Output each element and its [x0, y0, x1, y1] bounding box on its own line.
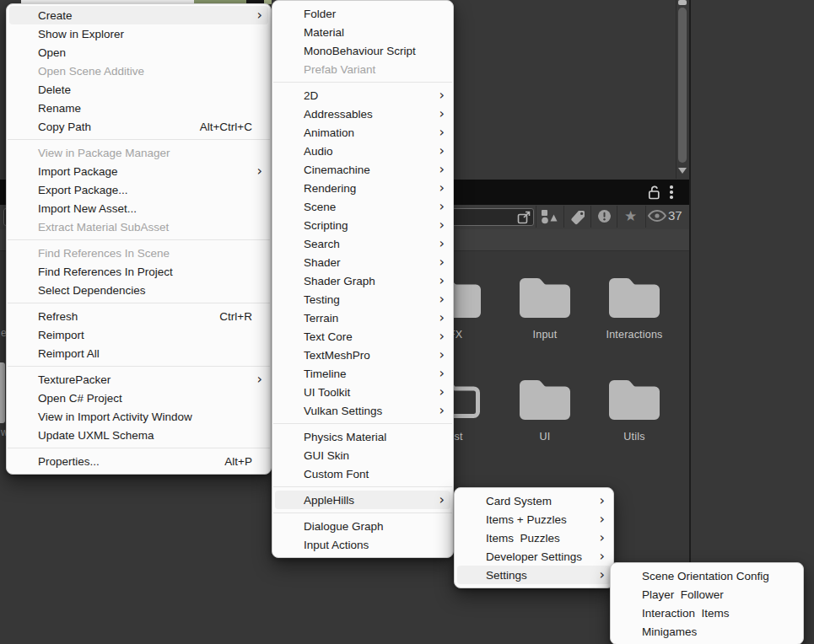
menu-item-gui-skin[interactable]: GUI Skin — [272, 446, 453, 464]
menu-item-select-dependencies[interactable]: Select Dependencies — [7, 281, 271, 299]
vertical-scrollbar[interactable] — [676, 0, 689, 179]
chevron-right-icon: › — [434, 367, 445, 380]
menu-item-testing[interactable]: Testing› — [272, 290, 453, 309]
menu-item-label: Reimport All — [38, 347, 262, 360]
menu-item-delete[interactable]: Delete — [7, 80, 271, 99]
menu-item-import-package[interactable]: Import Package› — [7, 162, 271, 180]
menu-separator — [8, 366, 270, 367]
menu-item-copy-path[interactable]: Copy PathAlt+Ctrl+C — [7, 117, 271, 136]
folder-label: Input — [533, 329, 558, 341]
menu-item-dialogue-graph[interactable]: Dialogue Graph — [272, 517, 453, 535]
favorites-star-icon[interactable]: ★ — [624, 209, 637, 223]
menu-item-update-uxml-schema[interactable]: Update UXML Schema — [7, 426, 271, 444]
chevron-right-icon: › — [434, 237, 445, 250]
menu-item-reimport-all[interactable]: Reimport All — [7, 344, 271, 362]
menu-item-material[interactable]: Material — [272, 23, 453, 41]
scrollbar-down-arrow-icon[interactable] — [678, 168, 687, 174]
filter-by-type-icon[interactable] — [541, 209, 559, 224]
menu-item-timeline[interactable]: Timeline› — [272, 364, 453, 383]
menu-item-items-puzzles[interactable]: Items Puzzles› — [455, 529, 613, 547]
menu-item-reimport[interactable]: Reimport — [7, 325, 271, 344]
menu-item-card-system[interactable]: Card System› — [455, 491, 613, 510]
menu-item-rename[interactable]: Rename — [7, 99, 271, 117]
right-panel — [691, 0, 814, 644]
menu-item-physics-material[interactable]: Physics Material — [272, 427, 453, 446]
menu-item-settings[interactable]: Settings› — [457, 566, 611, 584]
menu-separator — [273, 423, 452, 424]
menu-item-label: Folder — [304, 8, 445, 20]
menu-item-extract-material-subasset: Extract Material SubAsset — [7, 217, 271, 236]
folder-input[interactable]: Input — [500, 274, 590, 341]
menu-item-input-actions[interactable]: Input Actions — [272, 535, 453, 554]
folder-interactions[interactable]: Interactions — [590, 274, 679, 341]
menu-item-textmeshpro[interactable]: TextMeshPro› — [272, 346, 453, 364]
chevron-right-icon: › — [595, 550, 605, 563]
unlock-icon[interactable] — [648, 185, 660, 200]
menu-item-properties[interactable]: Properties...Alt+P — [7, 452, 271, 470]
hidden-packages-icon[interactable] — [597, 209, 612, 223]
menu-item-label: Shader Graph — [304, 275, 434, 287]
scrollbar-top-stub[interactable] — [678, 0, 687, 5]
menu-item-ui-toolkit[interactable]: UI Toolkit› — [272, 383, 453, 401]
menu-item-label: AppleHills — [304, 494, 434, 507]
menu-item-scene-orientation-config[interactable]: Scene Orientation Config — [611, 566, 803, 585]
menu-item-vulkan-settings[interactable]: Vulkan Settings› — [272, 401, 453, 420]
menu-item-refresh[interactable]: RefreshCtrl+R — [7, 307, 271, 325]
menu-item-scripting[interactable]: Scripting› — [272, 216, 453, 234]
chevron-right-icon: › — [434, 385, 445, 399]
menu-item-label: Export Package... — [38, 184, 262, 196]
scrollbar-thumb[interactable] — [678, 8, 687, 163]
menu-item-view-in-import-activity-window[interactable]: View in Import Activity Window — [7, 407, 271, 426]
menu-item-custom-font[interactable]: Custom Font — [272, 464, 453, 483]
menu-item-search[interactable]: Search› — [272, 234, 453, 253]
visibility-count: 37 — [668, 208, 682, 223]
menu-item-shortcut: Ctrl+R — [219, 310, 252, 323]
menu-item-folder[interactable]: Folder — [272, 4, 453, 23]
chevron-right-icon: › — [595, 494, 605, 507]
menu-item-label: Open C# Project — [38, 392, 262, 405]
menu-item-label: Vulkan Settings — [304, 405, 434, 417]
menu-item-open-c-project[interactable]: Open C# Project — [7, 389, 271, 407]
menu-item-rendering[interactable]: Rendering› — [272, 179, 453, 197]
menu-item-items-puzzles[interactable]: Items + Puzzles› — [455, 510, 613, 529]
visibility-toggle[interactable]: 37 — [648, 208, 682, 223]
menu-item-interaction-items[interactable]: Interaction Items — [611, 604, 803, 622]
menu-item-label: MonoBehaviour Script — [304, 45, 445, 57]
menu-item-show-in-explorer[interactable]: Show in Explorer — [7, 24, 271, 43]
menu-item-audio[interactable]: Audio› — [272, 142, 453, 160]
open-in-window-icon[interactable] — [517, 210, 531, 224]
menu-item-text-core[interactable]: Text Core› — [272, 327, 453, 346]
menu-item-export-package[interactable]: Export Package... — [7, 180, 271, 199]
menu-item-animation[interactable]: Animation› — [272, 123, 453, 142]
menu-item-label: Settings — [486, 569, 595, 582]
menu-item-scene[interactable]: Scene› — [272, 197, 453, 216]
menu-item-developer-settings[interactable]: Developer Settings› — [455, 547, 613, 566]
menu-item-open[interactable]: Open — [7, 43, 271, 62]
menu-item-shader[interactable]: Shader› — [272, 253, 453, 271]
menu-item-addressables[interactable]: Addressables› — [272, 105, 453, 123]
chevron-right-icon: › — [434, 181, 445, 195]
menu-item-open-scene-additive: Open Scene Additive — [7, 62, 271, 80]
menu-item-create[interactable]: Create› — [9, 6, 268, 24]
menu-item-terrain[interactable]: Terrain› — [272, 309, 453, 327]
folder-utils[interactable]: Utils — [590, 376, 679, 443]
kebab-menu-icon[interactable] — [670, 185, 673, 201]
menu-item-applehills[interactable]: AppleHills› — [275, 491, 450, 509]
menu-item-find-references-in-project[interactable]: Find References In Project — [7, 262, 271, 281]
menu-item-label: Refresh — [38, 310, 219, 323]
menu-item-shader-graph[interactable]: Shader Graph› — [272, 271, 453, 290]
chevron-right-icon: › — [434, 348, 445, 362]
menu-item-minigames[interactable]: Minigames — [611, 622, 803, 641]
menu-item-2d[interactable]: 2D› — [272, 86, 453, 105]
menu-item-texturepacker[interactable]: TexturePacker› — [7, 370, 271, 389]
menu-item-label: Search — [304, 238, 434, 250]
menu-item-import-new-asset[interactable]: Import New Asset... — [7, 199, 271, 217]
menu-item-monobehaviour-script[interactable]: MonoBehaviour Script — [272, 41, 453, 60]
menu-item-player-follower[interactable]: Player Follower — [611, 585, 803, 604]
filter-by-label-icon[interactable] — [569, 209, 586, 226]
menu-item-label: Shader — [304, 256, 434, 269]
folder-ui[interactable]: UI — [500, 376, 590, 443]
menu-item-cinemachine[interactable]: Cinemachine› — [272, 160, 453, 179]
menu-item-label: TexturePacker — [38, 373, 252, 386]
menu-item-label: Scene — [304, 201, 434, 213]
